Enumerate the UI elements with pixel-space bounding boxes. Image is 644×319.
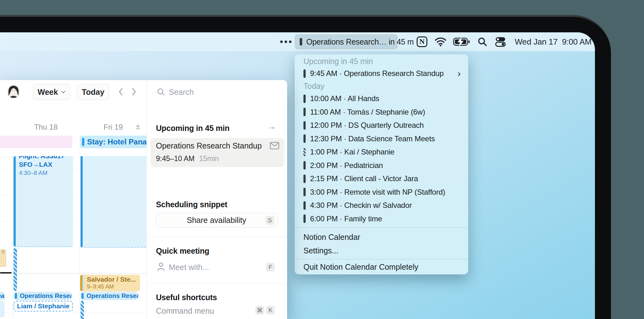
menu-bar-item-label: Operations Research… in 45 m <box>306 37 414 46</box>
today-button[interactable]: Today <box>77 84 109 100</box>
hour-line <box>0 312 147 313</box>
search-input[interactable]: Search <box>169 88 194 97</box>
meet-with-input[interactable]: Meet with... <box>169 263 209 272</box>
event-color-bar <box>15 293 17 299</box>
tray-upcoming-event-item[interactable]: 9:45 AM · Operations Research Standup › <box>295 67 468 80</box>
menu-item-quit[interactable]: Quit Notion Calendar Completely <box>295 259 468 274</box>
tray-event-item[interactable]: 2:15 PM · Client call - Victor Jara <box>295 172 468 186</box>
shortcuts-heading: Useful shortcuts <box>156 293 217 302</box>
tray-event-item[interactable]: 3:00 PM · Remote visit with NP (Stafford… <box>295 186 468 199</box>
event-color-bar-icon <box>300 38 302 46</box>
event-color-bar <box>303 201 306 210</box>
upcoming-heading: Upcoming in 45 min <box>156 124 230 133</box>
shortcut-key-k: K <box>266 306 275 315</box>
event-stafford-partial[interactable]: ff <box>0 249 6 267</box>
chevron-right-icon: › <box>458 69 461 78</box>
event-liam-stephanie[interactable]: Liam / Stephanie <box>14 301 73 311</box>
menu-bar-overflow-icon[interactable] <box>280 32 291 51</box>
tray-event-item[interactable]: 4:30 PM · Checkin w/ Salvador <box>295 199 468 212</box>
macos-menu-bar: Operations Research… in 45 m N <box>0 32 595 51</box>
event-color-bar <box>303 121 306 130</box>
next-week-button[interactable] <box>131 88 136 97</box>
all-day-event-pink[interactable] <box>0 136 72 148</box>
view-selector-button[interactable]: Week <box>33 84 70 100</box>
grid-line <box>80 133 80 319</box>
tray-event-item[interactable]: 1:00 PM · Kai / Stephanie <box>295 145 468 159</box>
menu-item-notion-calendar[interactable]: Notion Calendar <box>295 230 468 244</box>
event-tentative-hatched[interactable] <box>80 301 84 319</box>
panel-divider <box>147 283 287 284</box>
calendar-side-panel: Search Upcoming in 45 min → Operations R… <box>147 80 287 319</box>
event-tentative-hatched[interactable] <box>14 248 17 291</box>
event-chip-operations-research[interactable]: Operations Resea <box>80 292 138 300</box>
notion-calendar-menu-bar-item[interactable]: Operations Research… in 45 m <box>295 34 398 49</box>
event-color-bar <box>14 156 16 246</box>
desktop-screen: Operations Research… in 45 m N <box>0 32 595 319</box>
upcoming-event-card[interactable]: Operations Research Standup 9:45–10 AM 1… <box>151 138 284 167</box>
event-color-bar <box>303 108 306 116</box>
event-salvador[interactable]: Salvador / Ste... 9–9:45 AM <box>80 275 140 291</box>
tray-event-item[interactable]: 12:30 PM · Data Science Team Meets <box>295 132 468 146</box>
event-chip-partial[interactable]: ea <box>0 292 5 300</box>
hour-line <box>0 273 147 273</box>
event-color-bar <box>303 134 306 143</box>
menu-divider <box>295 227 468 228</box>
event-color-bar <box>303 69 306 78</box>
event-color-bar <box>82 138 84 146</box>
day-header-thu[interactable]: Thu 18 <box>25 123 67 132</box>
tray-upcoming-header: Upcoming in 45 min <box>295 56 468 67</box>
event-color-bar-hatched <box>303 148 306 156</box>
menu-bar-clock[interactable]: Wed Jan 17 9:00 AM <box>515 32 591 51</box>
event-chip-operations-research[interactable]: Operations Resea <box>14 292 72 300</box>
notion-calendar-tray-menu: Upcoming in 45 min 9:45 AM · Operations … <box>295 54 468 274</box>
event-color-bar <box>80 156 83 247</box>
shortcut-key-s: S <box>265 216 274 225</box>
event-color-bar <box>81 293 84 299</box>
shortcut-key-f: F <box>266 263 275 272</box>
search-icon <box>157 88 165 97</box>
control-center-icon[interactable] <box>495 37 506 48</box>
notion-app-icon[interactable]: N <box>417 36 427 47</box>
prev-week-button[interactable] <box>118 88 123 97</box>
panel-divider <box>147 237 287 237</box>
scheduling-heading: Scheduling snippet <box>156 200 227 209</box>
user-avatar[interactable] <box>7 85 20 98</box>
event-color-bar <box>303 95 306 103</box>
arrow-right-icon[interactable]: → <box>267 122 276 132</box>
battery-charging-icon[interactable] <box>453 38 470 47</box>
event-color-bar <box>80 275 82 291</box>
event-color-bar <box>303 214 306 223</box>
wifi-icon[interactable] <box>435 37 446 48</box>
event-fri-long[interactable] <box>80 156 147 248</box>
event-color-bar <box>303 175 306 183</box>
timezone-adjust-icon[interactable]: ± <box>136 122 140 131</box>
event-overlap-stripe <box>82 275 84 291</box>
share-availability-button[interactable]: Share availability S <box>155 213 278 228</box>
tray-event-item[interactable]: 2:00 PM · Pediatrician <box>295 159 468 172</box>
command-menu-label: Command menu <box>156 306 214 316</box>
chevron-down-icon <box>61 91 65 94</box>
quick-meeting-heading: Quick meeting <box>156 246 209 256</box>
event-color-bar <box>303 188 306 196</box>
spotlight-search-icon[interactable] <box>478 37 487 48</box>
event-flight[interactable]: Flight: AS3617 SFO→LAX 4:30–8 AM <box>14 156 73 247</box>
shortcut-key-cmd: ⌘ <box>255 306 264 315</box>
tray-event-item[interactable]: 11:00 AM · Tomás / Stephanie (6w) <box>295 105 468 119</box>
notion-calendar-window: Week Today Thu 18 Fri 19 ± <box>0 80 287 319</box>
event-partial[interactable] <box>0 301 4 317</box>
person-icon <box>157 262 165 272</box>
tray-event-item[interactable]: 10:00 AM · All Hands <box>295 92 468 105</box>
event-color-bar <box>303 161 306 170</box>
tray-today-header: Today <box>295 80 468 92</box>
tray-event-item[interactable]: 6:00 PM · Family time <box>295 212 468 226</box>
screenshot-stage: Operations Research… in 45 m N <box>0 0 644 319</box>
day-header-fri[interactable]: Fri 19 <box>92 123 134 132</box>
menu-item-settings[interactable]: Settings... <box>295 244 468 257</box>
grid-line <box>13 133 13 319</box>
tray-event-item[interactable]: 12:00 PM · DS Quarterly Outreach <box>295 119 468 132</box>
all-day-event-stay[interactable]: Stay: Hotel Panamer <box>80 136 147 148</box>
email-icon[interactable] <box>270 142 279 151</box>
current-time-indicator <box>0 272 12 273</box>
